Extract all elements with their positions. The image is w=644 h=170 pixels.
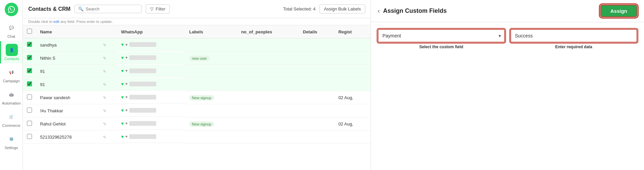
sidebar-item-label: Campaign bbox=[3, 79, 20, 83]
row-edit: ✎ bbox=[99, 131, 117, 144]
table-row: Pawar sandesh ✎ ♥ + New signup 02 Aug, bbox=[23, 91, 371, 104]
label-tag: New signup bbox=[189, 95, 214, 101]
row-checkbox[interactable] bbox=[27, 68, 32, 73]
top-bar: Contacts & CRM 🔍 ▽ Filter Total Selected… bbox=[23, 0, 371, 18]
phone-number-blurred bbox=[129, 42, 156, 47]
search-box[interactable]: 🔍 bbox=[74, 5, 142, 13]
edit-icon[interactable]: ✎ bbox=[103, 135, 106, 140]
row-details bbox=[299, 38, 334, 52]
whatsapp-icon: ♥ bbox=[121, 121, 124, 126]
sidebar: 💬 Chat 👤 Contacts 📢 Campaign 🤖 Automatio… bbox=[0, 0, 23, 170]
row-edit: ✎ bbox=[99, 52, 117, 65]
edit-icon[interactable]: ✎ bbox=[103, 43, 106, 48]
edit-icon[interactable]: ✎ bbox=[103, 122, 106, 126]
row-no-of-peoples bbox=[237, 104, 299, 117]
filter-button[interactable]: ▽ Filter bbox=[146, 4, 170, 13]
sidebar-item-settings[interactable]: ⚙️ Settings bbox=[0, 130, 23, 152]
total-selected: Total Selected: 4 bbox=[283, 6, 315, 11]
right-panel: ‹ Assign Custom Fields Assign Payment St… bbox=[371, 0, 644, 170]
row-checkbox-cell bbox=[23, 131, 36, 144]
row-details bbox=[299, 104, 334, 117]
custom-field-select[interactable]: Payment Status Category Priority bbox=[378, 30, 504, 42]
assign-button[interactable]: Assign bbox=[600, 5, 637, 17]
row-regist bbox=[334, 131, 371, 144]
edit-icon[interactable]: ✎ bbox=[103, 69, 106, 74]
row-edit: ✎ bbox=[99, 78, 117, 91]
row-name: Rahul Gehlot bbox=[36, 117, 99, 131]
whatsapp-icon: ♥ bbox=[121, 42, 124, 47]
row-whatsapp: ♥ + bbox=[117, 117, 185, 130]
phone-prefix: + bbox=[125, 68, 128, 73]
row-no-of-peoples bbox=[237, 131, 299, 144]
row-no-of-peoples bbox=[237, 52, 299, 65]
row-checkbox-cell bbox=[23, 104, 36, 117]
campaign-icon-box: 📢 bbox=[5, 66, 18, 78]
row-checkbox-cell bbox=[23, 78, 36, 91]
row-whatsapp: ♥ + bbox=[117, 104, 185, 117]
row-checkbox[interactable] bbox=[27, 134, 32, 139]
phone-number-blurred bbox=[129, 68, 156, 73]
phone-number-blurred bbox=[129, 134, 156, 139]
panel-body: Payment Status Category Priority ▾ Selec… bbox=[371, 22, 644, 170]
back-button[interactable]: ‹ bbox=[378, 7, 380, 15]
label-tag: new user bbox=[189, 56, 210, 61]
row-edit: ✎ bbox=[99, 91, 117, 104]
commerce-icon-box: 🛒 bbox=[5, 111, 18, 123]
assign-bulk-labels-button[interactable]: Assign Bulk Labels bbox=[319, 4, 365, 13]
table-header-row: Name WhatsApp Labels no_of_peoples Detai… bbox=[23, 25, 371, 38]
phone-prefix: + bbox=[125, 94, 128, 100]
search-input[interactable] bbox=[86, 6, 138, 11]
whatsapp-icon: ♥ bbox=[121, 55, 124, 60]
row-details bbox=[299, 78, 334, 91]
contact-name: Rahul Gehlot bbox=[40, 121, 66, 126]
whatsapp-icon: ♥ bbox=[121, 134, 124, 139]
settings-icon: ⚙️ bbox=[9, 137, 14, 141]
row-checkbox-cell bbox=[23, 52, 36, 65]
row-checkbox[interactable] bbox=[27, 108, 32, 113]
sidebar-item-commerce[interactable]: 🛒 Commerce bbox=[0, 108, 23, 130]
row-name: 91 bbox=[36, 78, 99, 91]
select-all-checkbox[interactable] bbox=[27, 29, 32, 34]
edit-icon[interactable]: ✎ bbox=[103, 82, 106, 87]
contacts-table-container: Name WhatsApp Labels no_of_peoples Detai… bbox=[23, 25, 371, 170]
row-name: !#u Thakkar bbox=[36, 104, 99, 117]
custom-field-value-input[interactable] bbox=[511, 30, 637, 42]
row-checkbox[interactable] bbox=[27, 121, 32, 126]
header-details: Details bbox=[299, 25, 334, 38]
row-checkbox[interactable] bbox=[27, 55, 32, 60]
row-whatsapp: ♥ + bbox=[117, 131, 185, 143]
table-row: 91 ✎ ♥ + bbox=[23, 65, 371, 78]
row-regist bbox=[334, 104, 371, 117]
phone-prefix: + bbox=[125, 55, 128, 60]
contact-name: sandhya bbox=[40, 42, 57, 48]
row-edit: ✎ bbox=[99, 65, 117, 78]
row-details bbox=[299, 65, 334, 78]
sub-bar: Double click to edit any field. Press en… bbox=[23, 18, 371, 25]
row-labels bbox=[185, 65, 237, 78]
field-label-left: Select the custom field bbox=[378, 45, 505, 49]
edit-icon[interactable]: ✎ bbox=[103, 56, 106, 61]
phone-prefix: + bbox=[125, 121, 128, 126]
row-labels: New signup bbox=[185, 117, 237, 131]
sidebar-item-campaign[interactable]: 📢 Campaign bbox=[0, 63, 23, 86]
row-checkbox[interactable] bbox=[27, 81, 32, 86]
search-icon: 🔍 bbox=[78, 6, 83, 11]
whatsapp-icon: ♥ bbox=[121, 94, 124, 100]
label-tag: New signup bbox=[189, 121, 214, 127]
row-name: Nithin S bbox=[36, 52, 99, 65]
contact-name: !#u Thakkar bbox=[40, 108, 63, 113]
row-checkbox[interactable] bbox=[27, 94, 32, 100]
sidebar-item-chat[interactable]: 💬 Chat bbox=[0, 19, 23, 41]
row-edit: ✎ bbox=[99, 104, 117, 117]
edit-link[interactable]: edit bbox=[54, 20, 60, 24]
chat-icon-box: 💬 bbox=[5, 22, 18, 34]
row-whatsapp: ♥ + bbox=[117, 38, 185, 51]
row-no-of-peoples bbox=[237, 38, 299, 52]
edit-icon[interactable]: ✎ bbox=[103, 109, 106, 113]
contact-name: 5213329625278 bbox=[40, 135, 72, 140]
sidebar-item-contacts[interactable]: 👤 Contacts bbox=[0, 41, 23, 63]
sidebar-item-automation[interactable]: 🤖 Automation bbox=[0, 86, 23, 108]
table-row: sandhya ✎ ♥ + bbox=[23, 38, 371, 52]
row-checkbox[interactable] bbox=[27, 42, 32, 47]
edit-icon[interactable]: ✎ bbox=[103, 95, 106, 100]
